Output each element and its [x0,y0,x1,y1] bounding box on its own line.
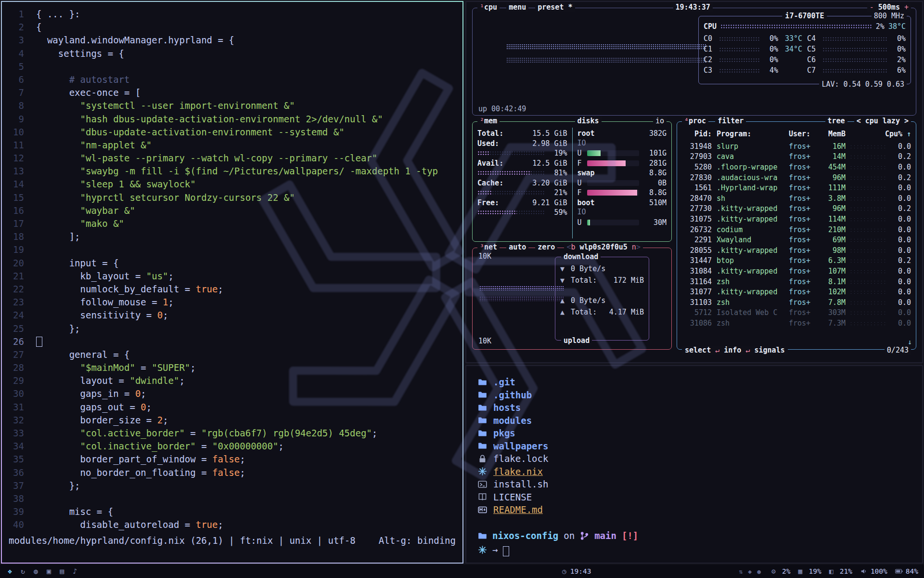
process-row[interactable]: 26732codiumfros+210M0.0 [682,224,911,235]
editor-window[interactable]: 1{ ... }:2{3 wayland.windowManager.hyprl… [1,1,463,564]
memory-usage-module[interactable]: ▦19% [798,567,821,575]
editor-line[interactable]: 30 gaps_in = 0; [2,387,462,400]
btop-tab-net[interactable]: ³net [477,243,500,251]
scroll-down-icon[interactable]: ↓ [908,338,912,346]
net-auto-button[interactable]: auto [506,243,528,251]
shell-input-line[interactable]: → [478,543,911,556]
proc-filter-button[interactable]: filter [715,117,746,125]
net-zero-button[interactable]: zero [535,243,557,251]
process-row[interactable]: 28055.kitty-wrappedfros+98M0.0 [682,245,911,256]
clock-module[interactable]: ◷ 19:43 [562,567,591,575]
launcher-icon[interactable]: ❖ [8,567,12,576]
editor-buffer[interactable]: 1{ ... }:2{3 wayland.windowManager.hyprl… [2,2,462,532]
editor-line[interactable]: 37 }; [2,479,462,492]
net-interface-selector[interactable]: <b wlp0s20f0u5 n> [564,243,643,251]
process-row[interactable]: 31948slurpfros+16M0.0 [682,141,911,152]
tray-network-icon[interactable]: ⇅ [739,568,743,575]
workspace-icon-terminal[interactable]: ▣ [47,567,51,576]
editor-line[interactable]: 5 [2,60,462,73]
process-row[interactable]: 31447btopfros+6.3M0.2 [682,256,911,266]
editor-line[interactable]: 39 misc = { [2,505,462,518]
btop-refresh-rate[interactable]: - 500ms + [867,3,911,12]
process-row[interactable]: 27730.kitty-wrappedfros+96M0.2 [682,204,911,214]
btop-tab-cpu[interactable]: ¹cpu [477,3,500,12]
process-row[interactable]: 5280.floorp-wrappefros+454M0.0 [682,162,911,172]
col-user[interactable]: User: [789,130,821,138]
refresh-plus-button[interactable]: + [904,3,909,12]
btop-preset-button[interactable]: preset * [535,3,575,12]
process-row[interactable]: 31077.kitty-wrappedfros+102M0.0 [682,287,911,297]
editor-line[interactable]: 3 wayland.windowManager.hyprland = { [2,34,462,47]
refresh-minus-button[interactable]: - [870,3,874,12]
editor-line[interactable]: 18 ]; [2,230,462,243]
proc-sort-selector[interactable]: < cpu lazy > [854,117,911,125]
scroll-up-icon[interactable]: ↑ [902,130,911,138]
editor-line[interactable]: 36 no_border_on_floating = false; [2,466,462,479]
editor-line[interactable]: 13 "swaybg -m fill -i $(find ~/Pictures/… [2,165,462,178]
editor-line[interactable]: 38 [2,492,462,505]
process-row[interactable]: 5712Isolated Web Cfros+303M0.0 [682,308,911,318]
proc-tree-button[interactable]: tree [825,117,847,125]
iface-next-button[interactable]: n [632,243,636,251]
editor-line[interactable]: 26 [2,335,462,348]
process-row[interactable]: 31103zshfros+7.8M0.0 [682,297,911,308]
btop-disks-title[interactable]: disks [575,117,602,125]
select-button[interactable]: select [685,346,711,355]
editor-line[interactable]: 29 layout = "dwindle"; [2,374,462,387]
process-row[interactable]: 31164zshfros+8.1M0.0 [682,276,911,287]
editor-line[interactable]: 15 "hyprctl setcursor Nordzy-cursors 22 … [2,191,462,204]
editor-line[interactable]: 17 "mako &" [2,217,462,230]
editor-line[interactable]: 16 "waybar &" [2,204,462,217]
editor-line[interactable]: 35 border_part_of_window = false; [2,453,462,466]
col-cpu[interactable]: Cpu% [881,130,902,138]
disk-usage-module[interactable]: ◧21% [829,567,852,575]
editor-line[interactable]: 31 gaps_out = 0; [2,401,462,414]
col-memory[interactable]: MemB [821,130,846,138]
process-row[interactable]: 31075.kitty-wrappedfros+114M0.0 [682,214,911,224]
process-row[interactable]: 28470shfros+3.8M0.0 [682,193,911,204]
btop-tab-proc[interactable]: ⁴proc [682,117,708,125]
btop-menu-button[interactable]: menu [506,3,528,12]
editor-line[interactable]: 25 }; [2,322,462,335]
editor-line[interactable]: 2{ [2,21,462,34]
editor-line[interactable]: 33 "col.active_border" = "rgb(cba6f7) rg… [2,427,462,440]
workspace-icon-files[interactable]: ▤ [60,567,64,576]
editor-line[interactable]: 28 "$mainMod" = "SUPER"; [2,361,462,374]
editor-line[interactable]: 40 disable_autoreload = true; [2,518,462,531]
battery-module[interactable]: 84% [895,567,918,575]
process-row[interactable]: 2291Xwaylandfros+69M0.0 [682,235,911,245]
editor-line[interactable]: 22 numlock_by_default = true; [2,283,462,296]
workspace-icon-media[interactable]: ♪ [73,567,77,576]
editor-line[interactable]: 9 "hash dbus-update-activation-environme… [2,113,462,126]
info-button[interactable]: info [724,346,741,355]
col-program[interactable]: Program: [717,130,789,138]
editor-line[interactable]: 12 "wl-paste --primary --watch wl-copy -… [2,152,462,165]
editor-line[interactable]: 6 # autostart [2,73,462,86]
editor-line[interactable]: 19 [2,243,462,256]
iface-prev-button[interactable]: b [571,243,575,251]
editor-line[interactable]: 23 follow_mouse = 1; [2,296,462,309]
editor-line[interactable]: 7 exec-once = [ [2,86,462,99]
workspace-icon-browser[interactable]: ◍ [34,567,38,576]
tray-icon-2[interactable]: ◆ [748,568,752,575]
cpu-usage-module[interactable]: ⚙2% [771,567,790,575]
editor-line[interactable]: 24 sensitivity = 0; [2,309,462,322]
editor-line[interactable]: 20 input = { [2,257,462,270]
editor-line[interactable]: 21 kb_layout = "us"; [2,270,462,283]
col-pid[interactable]: Pid: [682,130,717,138]
process-row[interactable]: 27903cavafros+14M0.2 [682,152,911,162]
tray-icon-3[interactable]: ● [757,568,761,575]
editor-line[interactable]: 1{ ... }: [2,8,462,21]
editor-line[interactable]: 11 "nm-applet &" [2,139,462,152]
process-row[interactable]: 27830.audacious-wrafros+96M0.2 [682,172,911,183]
btop-tab-mem[interactable]: ²mem [477,117,500,125]
editor-line[interactable]: 10 "dbus-update-activation-environment -… [2,126,462,139]
signals-button[interactable]: signals [755,346,785,355]
editor-line[interactable]: 27 general = { [2,348,462,361]
btop-io-toggle[interactable]: io [653,117,667,125]
editor-line[interactable]: 34 "col.inactive_border" = "0x00000000"; [2,440,462,453]
workspace-icon-refresh[interactable]: ↻ [21,567,25,576]
volume-module[interactable]: 100% [860,567,887,575]
process-row[interactable]: 31086zshfros+7.3M0.0 [682,318,911,328]
process-row[interactable]: 1561.Hyprland-wrapfros+111M0.0 [682,183,911,193]
